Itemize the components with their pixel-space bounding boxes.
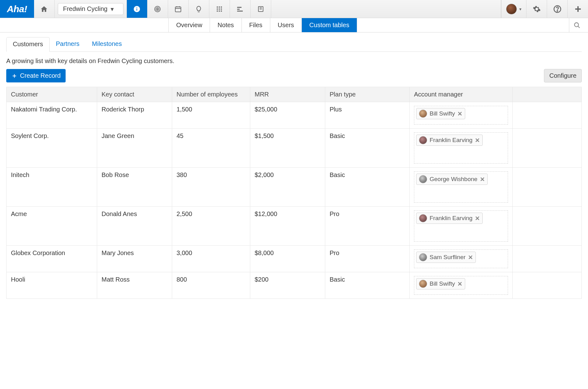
account-manager-field[interactable]: Sam Surfliner✕: [414, 249, 508, 268]
account-manager-field[interactable]: Bill Swifty✕: [414, 276, 508, 295]
help-button[interactable]: [547, 0, 567, 18]
plus-icon: [574, 5, 582, 13]
subnav-tab-files[interactable]: Files: [242, 18, 270, 32]
cell-plan-type: Basic: [325, 129, 410, 168]
cell-mrr: $12,000: [250, 207, 325, 246]
remove-icon[interactable]: ✕: [457, 280, 462, 288]
manager-name: Franklin Earving: [430, 215, 472, 222]
manager-name: George Wishbone: [430, 176, 477, 183]
manager-chip[interactable]: George Wishbone✕: [416, 174, 488, 185]
project-selector-box[interactable]: Fredwin Cycling ▾: [58, 3, 123, 15]
nav-notebook[interactable]: [251, 0, 271, 18]
svg-point-27: [557, 10, 557, 11]
account-manager-field[interactable]: Franklin Earving✕: [414, 132, 508, 164]
account-manager-field[interactable]: Bill Swifty✕: [414, 106, 508, 125]
nav-target[interactable]: [147, 0, 168, 18]
nav-calendar[interactable]: [168, 0, 189, 18]
cell-employees: 3,000: [172, 246, 250, 272]
configure-label: Configure: [549, 72, 576, 79]
cell-employees: 45: [172, 129, 250, 168]
manager-name: Bill Swifty: [430, 110, 455, 117]
nav-home[interactable]: [34, 0, 55, 18]
cell-mrr: $200: [250, 272, 325, 299]
cell-customer: Hooli: [7, 272, 97, 299]
remove-icon[interactable]: ✕: [457, 110, 462, 117]
subnav-left-spacer: [0, 18, 169, 32]
svg-rect-12: [221, 6, 222, 7]
cell-account-manager[interactable]: Bill Swifty✕: [410, 272, 513, 299]
nav-apps[interactable]: [209, 0, 230, 18]
cell-key-contact: Mary Jones: [97, 246, 172, 272]
nav-reports[interactable]: [230, 0, 251, 18]
manager-chip[interactable]: Bill Swifty✕: [416, 278, 465, 289]
nav-info[interactable]: [127, 0, 147, 18]
search-button[interactable]: [569, 18, 588, 32]
table-row[interactable]: HooliMatt Ross800$200BasicBill Swifty✕: [7, 272, 582, 299]
brand-logo[interactable]: Aha!: [0, 0, 34, 18]
cell-account-manager[interactable]: Franklin Earving✕: [410, 207, 513, 246]
remove-icon[interactable]: ✕: [475, 137, 480, 144]
subnav-tab-overview[interactable]: Overview: [169, 18, 210, 32]
manager-chip[interactable]: Franklin Earving✕: [416, 213, 483, 224]
create-record-button[interactable]: ＋ Create Record: [6, 69, 66, 82]
table-row[interactable]: Nakatomi Trading Corp.Roderick Thorp1,50…: [7, 102, 582, 129]
account-manager-field[interactable]: Franklin Earving✕: [414, 210, 508, 242]
cell-key-contact: Bob Rose: [97, 168, 172, 207]
manager-chip[interactable]: Franklin Earving✕: [416, 135, 483, 146]
cell-customer: Globex Corporation: [7, 246, 97, 272]
svg-rect-16: [217, 10, 218, 12]
gantt-icon: [236, 5, 244, 13]
table-row[interactable]: Globex CorporationMary Jones3,000$8,000P…: [7, 246, 582, 272]
account-manager-field[interactable]: George Wishbone✕: [414, 171, 508, 203]
cell-extra: [513, 129, 582, 168]
brand-text: Aha!: [7, 4, 27, 14]
cell-account-manager[interactable]: George Wishbone✕: [410, 168, 513, 207]
manager-chip[interactable]: Bill Swifty✕: [416, 108, 465, 119]
column-header[interactable]: MRR: [250, 87, 325, 102]
content-tab-customers[interactable]: Customers: [6, 37, 50, 52]
content-tab-milestones[interactable]: Milestones: [86, 37, 128, 52]
content-tabs: CustomersPartnersMilestones: [6, 37, 582, 52]
cell-account-manager[interactable]: Franklin Earving✕: [410, 129, 513, 168]
column-header[interactable]: Customer: [7, 87, 97, 102]
nav-ideas[interactable]: [189, 0, 209, 18]
cell-account-manager[interactable]: Bill Swifty✕: [410, 102, 513, 129]
svg-rect-21: [237, 11, 243, 12]
column-header[interactable]: Account manager: [410, 87, 513, 102]
column-header[interactable]: Plan type: [325, 87, 410, 102]
svg-rect-20: [237, 9, 240, 10]
top-nav: Aha! Fredwin Cycling ▾: [0, 0, 588, 18]
subnav-tab-notes[interactable]: Notes: [210, 18, 242, 32]
column-header-extra: [513, 87, 582, 102]
remove-icon[interactable]: ✕: [468, 254, 473, 261]
info-icon: [133, 5, 141, 13]
calendar-icon: [174, 5, 182, 13]
content-tab-partners[interactable]: Partners: [50, 37, 86, 52]
cell-employees: 800: [172, 272, 250, 299]
svg-point-30: [575, 22, 579, 27]
settings-button[interactable]: [526, 0, 547, 18]
cell-account-manager[interactable]: Sam Surfliner✕: [410, 246, 513, 272]
add-button[interactable]: [567, 0, 588, 18]
subnav-tab-custom-tables[interactable]: Custom tables: [302, 18, 357, 32]
cell-key-contact: Donald Anes: [97, 207, 172, 246]
remove-icon[interactable]: ✕: [480, 176, 485, 183]
configure-button[interactable]: Configure: [544, 69, 582, 82]
table-row[interactable]: InitechBob Rose380$2,000BasicGeorge Wish…: [7, 168, 582, 207]
column-header[interactable]: Number of employees: [172, 87, 250, 102]
subnav-tab-users[interactable]: Users: [270, 18, 302, 32]
table-row[interactable]: AcmeDonald Anes2,500$12,000ProFranklin E…: [7, 207, 582, 246]
manager-chip[interactable]: Sam Surfliner✕: [416, 252, 476, 263]
column-header[interactable]: Key contact: [97, 87, 172, 102]
cell-mrr: $2,000: [250, 168, 325, 207]
table-row[interactable]: Soylent Corp.Jane Green45$1,500BasicFran…: [7, 129, 582, 168]
search-icon: [574, 22, 581, 29]
subnav-spacer: [357, 18, 569, 32]
user-avatar: [506, 4, 517, 14]
topbar-right: ▾: [501, 0, 588, 18]
remove-icon[interactable]: ✕: [475, 215, 480, 222]
notebook-icon: [257, 5, 264, 13]
table-description: A growing list with key details on Fredw…: [6, 57, 582, 65]
user-menu[interactable]: ▾: [501, 0, 526, 18]
project-selector[interactable]: Fredwin Cycling ▾: [55, 0, 127, 18]
